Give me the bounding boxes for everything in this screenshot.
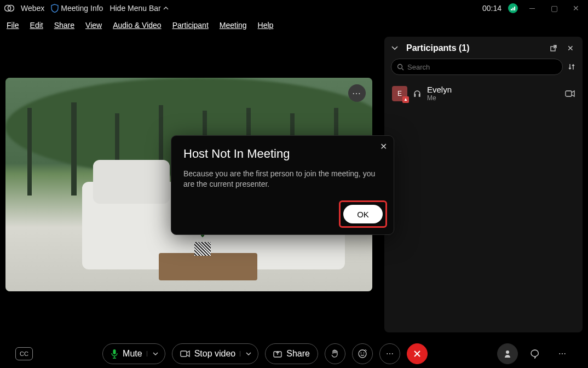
menu-edit[interactable]: Edit <box>30 21 43 30</box>
window-minimize-button[interactable]: ─ <box>524 4 540 13</box>
meeting-controls: CC Mute Stop video Share ⋯ <box>0 340 588 368</box>
titlebar: Webex Meeting Info Hide Menu Bar 00:14 ─… <box>0 0 588 16</box>
svg-point-15 <box>506 350 509 354</box>
chevron-down-icon <box>153 352 158 355</box>
participant-sublabel: Me <box>427 94 452 102</box>
webex-logo-icon <box>4 3 14 13</box>
stop-video-button[interactable]: Stop video <box>172 343 259 364</box>
participants-list: E ▲ Evelyn Me <box>391 83 576 104</box>
avatar: E ▲ <box>392 86 407 101</box>
meeting-info-label: Meeting Info <box>61 4 103 13</box>
menu-help[interactable]: Help <box>258 21 274 30</box>
headset-icon <box>413 89 422 98</box>
menu-meeting[interactable]: Meeting <box>220 21 247 30</box>
share-icon <box>273 350 282 358</box>
menu-file[interactable]: File <box>7 21 19 30</box>
panel-close-icon[interactable]: ✕ <box>565 44 576 53</box>
dialog-title: Host Not In Meeting <box>183 147 382 161</box>
dialog-close-button[interactable]: ✕ <box>380 141 387 152</box>
close-icon <box>413 349 422 358</box>
content-area: ⋯ Participants (1) ✕ E <box>0 34 588 340</box>
panel-options-button[interactable]: ⋯ <box>552 343 573 364</box>
svg-rect-8 <box>566 91 572 96</box>
video-more-options-button[interactable]: ⋯ <box>348 84 366 102</box>
smiley-icon <box>358 349 367 359</box>
svg-rect-2 <box>511 9 512 10</box>
participants-search[interactable] <box>391 59 563 75</box>
share-label: Share <box>286 349 310 359</box>
menu-audio-video[interactable]: Audio & Video <box>113 21 161 30</box>
participants-panel: Participants (1) ✕ E ▲ <box>384 37 583 332</box>
svg-point-6 <box>398 64 402 68</box>
window-close-button[interactable]: ✕ <box>568 4 584 13</box>
menu-participant[interactable]: Participant <box>172 21 209 30</box>
shield-icon <box>51 4 59 13</box>
chat-toggle-button[interactable] <box>524 343 545 364</box>
person-icon <box>503 349 512 358</box>
ok-button-highlight: OK <box>339 200 387 228</box>
chat-icon <box>530 349 540 359</box>
camera-icon <box>180 350 190 358</box>
app-name: Webex <box>21 4 44 13</box>
ok-button[interactable]: OK <box>343 205 383 223</box>
mute-button[interactable]: Mute <box>102 343 165 364</box>
sort-button[interactable] <box>567 62 576 71</box>
closed-captions-button[interactable]: CC <box>15 347 33 360</box>
svg-rect-9 <box>113 349 116 354</box>
avatar-initial: E <box>397 90 402 97</box>
video-options-chevron[interactable] <box>240 351 255 357</box>
participants-toggle-button[interactable] <box>497 343 518 364</box>
participant-name: Evelyn <box>427 85 452 94</box>
search-icon <box>397 64 404 71</box>
svg-line-7 <box>402 68 403 70</box>
participants-title: Participants (1) <box>406 43 545 53</box>
meeting-timer: 00:14 <box>482 4 501 13</box>
mute-options-chevron[interactable] <box>147 351 162 357</box>
panel-collapse-icon[interactable] <box>391 45 402 51</box>
hand-icon <box>331 349 339 359</box>
search-input[interactable] <box>407 63 557 71</box>
more-options-button[interactable]: ⋯ <box>379 343 400 364</box>
svg-point-14 <box>364 353 365 354</box>
svg-rect-4 <box>514 7 515 10</box>
participant-row[interactable]: E ▲ Evelyn Me <box>391 83 576 104</box>
reactions-button[interactable] <box>352 343 373 364</box>
svg-point-13 <box>361 353 362 354</box>
svg-rect-10 <box>181 351 187 357</box>
window-maximize-button[interactable]: ▢ <box>546 4 562 13</box>
hide-menu-bar-label: Hide Menu Bar <box>109 4 160 13</box>
network-status-icon[interactable] <box>508 3 518 13</box>
menu-view[interactable]: View <box>85 21 102 30</box>
dialog-message: Because you are the first person to join… <box>183 169 382 189</box>
raise-hand-button[interactable] <box>325 343 345 364</box>
stop-video-label: Stop video <box>194 349 236 359</box>
chevron-down-icon <box>246 352 251 355</box>
leave-meeting-button[interactable] <box>407 343 428 364</box>
menu-share[interactable]: Share <box>54 21 74 30</box>
hide-menu-bar-button[interactable]: Hide Menu Bar <box>109 4 168 13</box>
svg-rect-3 <box>512 8 514 10</box>
microphone-icon <box>111 349 118 359</box>
svg-point-12 <box>359 350 366 358</box>
meeting-info-button[interactable]: Meeting Info <box>51 4 103 13</box>
camera-icon[interactable] <box>565 90 575 97</box>
share-button[interactable]: Share <box>265 343 318 364</box>
popout-icon[interactable] <box>550 44 561 52</box>
host-not-in-meeting-dialog: ✕ Host Not In Meeting Because you are th… <box>171 135 394 235</box>
menubar: File Edit Share View Audio & Video Parti… <box>0 16 588 34</box>
mute-label: Mute <box>123 349 142 359</box>
presenter-badge-icon: ▲ <box>402 96 409 103</box>
chevron-up-icon <box>163 7 169 10</box>
